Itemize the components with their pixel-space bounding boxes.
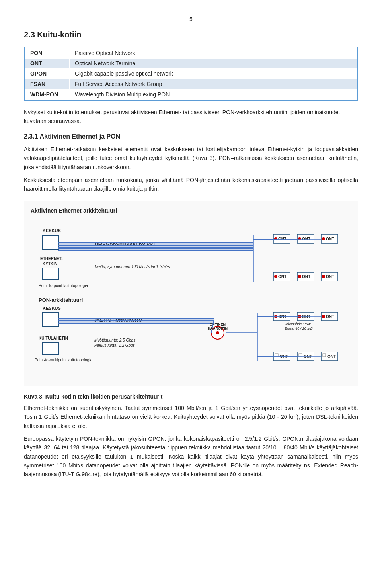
ptp-label: Point-to-point kuitutopologia (39, 283, 88, 288)
svg-rect-1 (43, 268, 58, 280)
taattu-label: Taattu, symmetrinen 100 Mbit/s tai 1 Gbi… (94, 264, 170, 269)
myotasuunta-label: Myötäsuunta: 2.5 Gbps (94, 338, 135, 342)
abbrev-def: Optical Network Terminal (70, 59, 357, 68)
body-para-2: Keskuksesta eteenpäin asennetaan runkoku… (24, 176, 358, 193)
svg-rect-0 (43, 235, 58, 250)
ptmp-label: Point-to-multipoint kuitutopologia (35, 358, 93, 362)
abbrev-term: WDM-PON (25, 90, 69, 99)
jakosuhde-label: Jakosuhde 1:64: (284, 322, 311, 326)
svg-rect-28 (43, 343, 58, 355)
abbreviation-table: PONPassive Optical NetworkONTOptical Net… (24, 47, 358, 101)
ont-label-3: ONT (326, 237, 334, 241)
svg-point-17 (322, 237, 325, 240)
svg-point-11 (274, 237, 277, 240)
svg-rect-27 (43, 313, 58, 327)
intro-paragraph: Nykyiset kuitu-kotiin toteutukset perust… (24, 108, 358, 126)
ethernet-kytkin-label: ETHERNET- (40, 256, 63, 261)
section-title: 2.3 Kuitu-kotiin (24, 30, 358, 39)
tilaajakohtaiset-label: TILAAJAKOHTAISET KUIDUT (94, 241, 156, 246)
abbrev-def: Full Service Access Network Group (70, 79, 357, 89)
svg-point-34 (216, 331, 219, 334)
body-para-1: Aktiivisen Ethernet-ratkaisun keskeiset … (24, 145, 358, 172)
ont-label-12: ONT (327, 354, 336, 359)
svg-point-14 (298, 237, 301, 240)
body-para-3: Ethernet-tekniikka on suorituskykyinen. … (24, 404, 358, 430)
page-number: 5 (24, 16, 358, 22)
architecture-diagram: KESKUS ETHERNET- KYTKIN Point-to-point k… (31, 220, 357, 379)
abbrev-term: PON (25, 48, 69, 58)
body-para-4: Euroopassa käytetyin PON-tekniikka on ny… (24, 434, 358, 479)
ont-label-6: ONT (326, 275, 334, 279)
figure-caption: Kuva 3. Kuitu-kotiin tekniikoiden perusa… (24, 393, 358, 400)
ont-label-9: ONT (326, 315, 334, 319)
jakosuhde-label2: Taattu 40 / 20 MB (285, 326, 313, 330)
svg-point-46 (322, 315, 325, 318)
pon-title: PON-arkkitehtuuri (39, 297, 83, 303)
abbrev-term: GPON (25, 69, 69, 78)
abbrev-def: Gigabit-capable passive optical network (70, 69, 357, 78)
svg-point-43 (298, 315, 301, 318)
svg-point-23 (298, 275, 301, 278)
subsection-title: 2.3.1 Aktiivinen Ethernet ja PON (24, 133, 358, 140)
optinen-label: OPTINEN (210, 322, 226, 326)
abbrev-term: ONT (25, 59, 69, 68)
diagram-title: Aktiivinen Ethernet-arkkitehtuuri (31, 207, 351, 214)
haaroitin-label: HAAROITIN (208, 326, 228, 330)
kuitulahetin-label: KUITULÄHETIN (39, 336, 68, 340)
abbrev-def: Passive Optical Network (70, 48, 357, 58)
pon-keskus-label: KESKUS (43, 306, 61, 311)
abbrev-def: Wavelength Division Multiplexing PON (70, 90, 357, 99)
ethernet-kytkin-label2: KYTKIN (43, 262, 57, 266)
svg-point-26 (322, 275, 325, 278)
paluusuunta-label: Paluusuunta: 1.2 Gbps (94, 343, 135, 348)
abbrev-term: FSAN (25, 79, 69, 89)
diagram-container: Aktiivinen Ethernet-arkkitehtuuri KESKUS… (24, 201, 358, 386)
svg-point-40 (274, 315, 277, 318)
ethernet-keskus-label: KESKUS (43, 228, 61, 233)
svg-point-20 (274, 275, 277, 278)
